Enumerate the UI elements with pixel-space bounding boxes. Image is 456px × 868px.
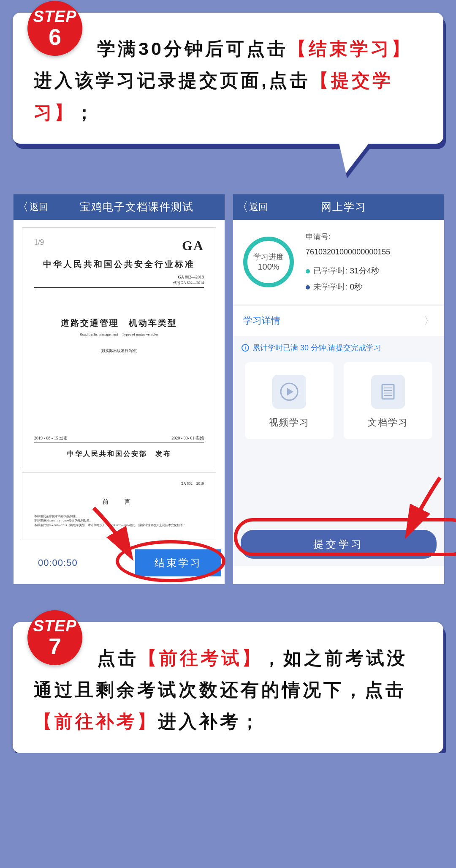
- svg-rect-1: [382, 385, 394, 399]
- play-icon: [272, 375, 306, 409]
- document-scroll[interactable]: 1/9 GA 中华人民共和国公共安全行业标准 GA 802—2019 代替GA …: [14, 220, 225, 540]
- step7-badge: STEP 7: [27, 610, 82, 665]
- bubble-tail-icon: [329, 139, 372, 173]
- phone-study-progress: 〈 返回 网上学习 学习进度 100% 申请号:: [233, 194, 444, 584]
- doc-main-title: 道路交通管理 机动车类型: [34, 317, 204, 329]
- bubble-tail-icon: [244, 749, 287, 753]
- publish-date: 2019 - 06 - 15 发布: [34, 435, 68, 441]
- document-study-card[interactable]: 文档学习: [344, 362, 432, 439]
- info-text: 累计学时已满 30 分钟,请提交完成学习: [252, 343, 381, 353]
- unstudied-label: 未学学时:: [313, 282, 347, 291]
- preface-text: 本标准的全部技术内容为强制性。 本标准按照GB/T 1.1—2009给出的规则起…: [34, 514, 204, 528]
- dot-icon: [306, 285, 310, 289]
- app-no-label: 申请号:: [306, 232, 331, 241]
- study-detail-link[interactable]: 学习详情 〉: [233, 305, 444, 336]
- divider: [34, 287, 204, 288]
- phone-b-header: 〈 返回 网上学习: [233, 194, 444, 220]
- step6-bubble: STEP 6 学满30分钟后可点击【结束学习】进入该学习记录提交页面,点击【提交…: [13, 13, 443, 144]
- studied-value: 31分4秒: [350, 266, 380, 275]
- back-label: 返回: [30, 201, 48, 213]
- chevron-left-icon: 〈: [17, 199, 29, 215]
- progress-circle: 学习进度 100%: [243, 237, 294, 287]
- doc-dates: 2019 - 06 - 15 发布 2020 - 03- 01 实施: [34, 435, 204, 442]
- preface-heading: 前 言: [34, 498, 204, 506]
- document-footer: 00:00:50 结束学习: [14, 544, 225, 584]
- document-page-1: 1/9 GA 中华人民共和国公共安全行业标准 GA 802—2019 代替GA …: [22, 227, 216, 468]
- step6-badge: STEP 6: [27, 1, 82, 56]
- standard-title: 中华人民共和国公共安全行业标准: [34, 259, 204, 270]
- dot-icon: [306, 269, 310, 273]
- progress-label: 学习进度: [253, 252, 284, 262]
- submit-study-button[interactable]: 提交学习: [241, 530, 437, 559]
- video-study-card[interactable]: 视频学习: [245, 362, 334, 439]
- study-mode-cards: 视频学习 文档学习: [233, 360, 444, 442]
- step-label: STEP: [33, 618, 76, 634]
- effective-date: 2020 - 03- 01 实施: [171, 435, 204, 441]
- page2-code: GA 802—2019: [34, 481, 204, 486]
- info-icon: i: [242, 344, 249, 352]
- ga-logo: GA: [182, 238, 204, 254]
- info-note: i 累计学时已满 30 分钟,请提交完成学习: [233, 336, 444, 360]
- phone-a-header: 〈 返回 宝鸡电子文档课件测试: [14, 194, 225, 220]
- progress-info: 申请号: 76103201000000000155 已学学时: 31分4秒 未学…: [306, 229, 390, 295]
- progress-percent: 100%: [258, 262, 279, 272]
- standard-code-sub: 代替GA 802—2014: [34, 280, 204, 286]
- doc-issuer: 中华人民共和国公安部 发布: [22, 450, 216, 459]
- phone-b-title: 网上学习: [243, 200, 444, 214]
- standard-code: GA 802—2019: [34, 274, 204, 280]
- step6-text: 学满30分钟后可点击【结束学习】进入该学习记录提交页面,点击【提交学习】；: [34, 33, 422, 128]
- unstudied-value: 0秒: [350, 282, 363, 291]
- doc-main-title-en: Road traffic management—Types of motor v…: [34, 332, 204, 336]
- studied-label: 已学学时:: [313, 266, 347, 275]
- app-no-value: 76103201000000000155: [306, 248, 390, 256]
- video-label: 视频学习: [269, 416, 309, 429]
- step7-text: 点击【前往考试】，如之前考试没通过且剩余考试次数还有的情况下，点击【前往补考】进…: [34, 642, 422, 738]
- phone-document-viewer: 〈 返回 宝鸡电子文档课件测试 1/9 GA 中华人民共和国公共安全行业标准 G…: [14, 194, 225, 584]
- step-number: 7: [49, 635, 61, 658]
- doc-note: (以实际出版发行为准): [34, 348, 204, 354]
- document-icon: [371, 375, 405, 409]
- doc-label: 文档学习: [368, 416, 408, 429]
- step-number: 6: [49, 25, 61, 48]
- phone-a-title: 宝鸡电子文档课件测试: [49, 200, 225, 214]
- phone-b-body: 学习进度 100% 申请号: 76103201000000000155 已学学时…: [233, 220, 444, 566]
- phones-row: 〈 返回 宝鸡电子文档课件测试 1/9 GA 中华人民共和国公共安全行业标准 G…: [14, 194, 442, 584]
- end-study-button[interactable]: 结束学习: [135, 549, 221, 576]
- submit-bar: 提交学习: [241, 530, 437, 559]
- chevron-right-icon: 〉: [424, 314, 434, 328]
- study-timer: 00:00:50: [38, 557, 78, 568]
- back-button[interactable]: 〈 返回: [14, 194, 53, 220]
- page-indicator: 1/9: [34, 238, 204, 247]
- progress-card: 学习进度 100% 申请号: 76103201000000000155 已学学时…: [233, 220, 444, 304]
- step-label: STEP: [33, 8, 76, 25]
- document-page-2: GA 802—2019 前 言 本标准的全部技术内容为强制性。 本标准按照GB/…: [22, 472, 216, 540]
- step7-bubble: STEP 7 点击【前往考试】，如之前考试没通过且剩余考试次数还有的情况下，点击…: [13, 622, 443, 753]
- detail-label: 学习详情: [243, 314, 280, 327]
